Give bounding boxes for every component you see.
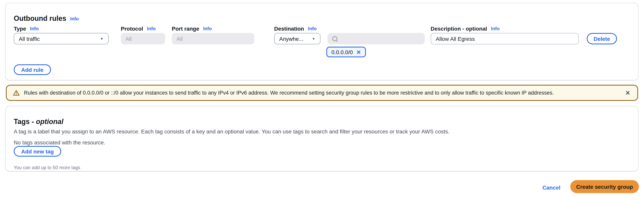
- protocol-label-row: ProtocolInfo: [121, 26, 165, 33]
- open-egress-warning-banner: Rules with destination of 0.0.0.0/0 or :…: [6, 85, 638, 101]
- tags-description: A tag is a label that you assign to an A…: [14, 128, 450, 134]
- port-range-field: Port rangeInfo: [172, 26, 254, 44]
- destination-select[interactable]: Anywhe... ▼: [274, 33, 320, 44]
- type-select[interactable]: All traffic ▼: [14, 33, 109, 44]
- type-info-link[interactable]: Info: [30, 26, 39, 32]
- description-info-link[interactable]: Info: [491, 26, 500, 32]
- type-select-value: All traffic: [19, 36, 40, 42]
- destination-search-input[interactable]: [328, 33, 425, 44]
- tags-title-text: Tags -: [14, 118, 36, 126]
- add-rule-button[interactable]: Add rule: [14, 64, 51, 75]
- tags-empty-message: No tags associated with the resource.: [14, 139, 105, 146]
- port-range-label-row: Port rangeInfo: [172, 26, 254, 33]
- tags-limit-message: You can add up to 50 more tags: [14, 165, 80, 170]
- protocol-field: ProtocolInfo: [121, 26, 165, 44]
- warning-close-icon[interactable]: ✕: [624, 89, 631, 96]
- type-label: Type: [14, 26, 26, 32]
- destination-label-row: DestinationInfo: [274, 26, 320, 33]
- port-range-label: Port range: [172, 26, 199, 32]
- port-range-info-link[interactable]: Info: [203, 26, 212, 32]
- outbound-rules-info-link[interactable]: Info: [70, 16, 79, 22]
- cancel-button[interactable]: Cancel: [542, 184, 560, 191]
- outbound-rules-title-text: Outbound rules: [14, 14, 66, 22]
- warning-text: Rules with destination of 0.0.0.0/0 or :…: [24, 90, 620, 96]
- caret-down-icon: ▼: [100, 37, 104, 40]
- create-security-group-button[interactable]: Create security group: [570, 180, 639, 193]
- protocol-info-link[interactable]: Info: [147, 26, 156, 32]
- outbound-rules-title: Outbound rulesInfo: [14, 14, 79, 23]
- type-label-row: TypeInfo: [14, 26, 109, 33]
- chip-dismiss-icon[interactable]: ✕: [356, 49, 361, 55]
- description-label-row: Description - optionalInfo: [431, 26, 579, 33]
- destination-cidr-chip: 0.0.0.0/0 ✕: [326, 47, 366, 57]
- protocol-label: Protocol: [121, 26, 143, 32]
- description-label: Description - optional: [431, 26, 487, 32]
- tags-title-optional: optional: [36, 118, 63, 126]
- add-new-tag-button[interactable]: Add new tag: [14, 146, 61, 156]
- destination-cidr-value: 0.0.0.0/0: [332, 49, 353, 55]
- port-range-input: [172, 33, 254, 44]
- caret-down-icon: ▼: [312, 37, 315, 40]
- delete-rule-button[interactable]: Delete: [587, 33, 617, 44]
- destination-label: Destination: [274, 26, 304, 32]
- protocol-input: [121, 33, 165, 44]
- description-field: Description - optionalInfo: [431, 26, 579, 44]
- destination-info-link[interactable]: Info: [308, 26, 316, 32]
- tags-card: Tags - optional A tag is a label that yo…: [5, 106, 638, 172]
- type-field: TypeInfo All traffic ▼: [14, 26, 109, 44]
- tags-title: Tags - optional: [14, 117, 63, 126]
- destination-select-value: Anywhe...: [279, 36, 303, 42]
- outbound-rules-card: Outbound rulesInfo TypeInfo All traffic …: [5, 3, 638, 80]
- warning-icon: [13, 90, 20, 96]
- destination-field: DestinationInfo Anywhe... ▼: [274, 26, 320, 44]
- description-input[interactable]: [431, 33, 579, 44]
- create-security-group-page: Outbound rulesInfo TypeInfo All traffic …: [0, 0, 644, 197]
